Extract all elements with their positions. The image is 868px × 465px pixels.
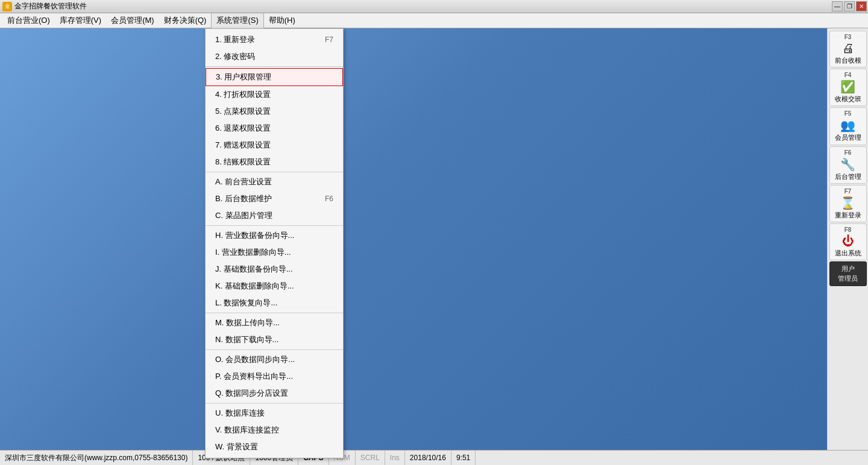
menu-backdata[interactable]: B. 后台数据维护 F6: [206, 190, 343, 207]
f3-key: F3: [844, 34, 852, 40]
status-bar: 深圳市三度软件有限公司(www.jzzp.com,0755-83656130) …: [0, 450, 868, 465]
exit-label: 退出系统: [835, 249, 861, 257]
time-display: 9:51: [451, 451, 476, 465]
menu-upload[interactable]: M. 数据上传向导...: [206, 314, 343, 331]
window-controls: — ❐ ✕: [832, 1, 867, 11]
menu-branchsync[interactable]: Q. 数据同步分店设置: [206, 385, 343, 402]
member-mgmt-button[interactable]: F5 👥 会员管理: [829, 107, 867, 145]
menu-section-1: 1. 重新登录 F7 2. 修改密码: [206, 30, 343, 66]
menu-checkoutperm[interactable]: 8. 结账权限设置: [206, 154, 343, 170]
close-button[interactable]: ✕: [856, 1, 867, 11]
app-icon: 金: [2, 2, 12, 11]
back-mgmt-label: 后台管理: [835, 173, 861, 181]
member-mgmt-label: 会员管理: [835, 134, 861, 142]
menu-frontsetting[interactable]: A. 前台营业设置: [206, 173, 343, 190]
f4-key: F4: [844, 72, 852, 78]
back-mgmt-button[interactable]: F6 🔧 后台管理: [829, 146, 867, 184]
front-cashier-button[interactable]: F3 🖨 前台收根: [829, 31, 867, 67]
f8-key: F8: [844, 226, 852, 233]
menu-section-6: O. 会员数据同步向导... P. 会员资料导出向导... Q. 数据同步分店设…: [206, 349, 343, 403]
date-display: 2018/10/16: [405, 451, 451, 465]
menu-discount[interactable]: 4. 打折权限设置: [206, 86, 343, 103]
menu-membersync[interactable]: O. 会员数据同步向导...: [206, 351, 343, 368]
f5-key: F5: [844, 110, 852, 117]
system-dropdown-menu: 1. 重新登录 F7 2. 修改密码 3. 用户权限管理 4. 打折权限设置 5…: [205, 28, 344, 458]
f7-key: F7: [844, 188, 852, 195]
menu-section-7: U. 数据库连接 V. 数据库连接监控 W. 背景设置: [206, 403, 343, 457]
scrl-indicator: SCRL: [356, 451, 385, 465]
relogin-label: 重新登录: [835, 211, 861, 219]
restore-button[interactable]: ❐: [844, 1, 855, 11]
menu-section-5: M. 数据上传向导... N. 数据下载向导...: [206, 313, 343, 349]
main-content: [0, 28, 868, 450]
menu-help[interactable]: 帮助(H): [264, 13, 300, 28]
company-info: 深圳市三度软件有限公司(www.jzzp.com,0755-83656130): [0, 451, 193, 465]
menu-backupbiz[interactable]: H. 营业数据备份向导...: [206, 227, 343, 244]
menu-inventory[interactable]: 库存管理(V): [55, 13, 106, 28]
cashier-shift-label: 收根交班: [835, 95, 861, 103]
menu-returnperm[interactable]: 6. 退菜权限设置: [206, 120, 343, 137]
menu-delbiz[interactable]: I. 营业数据删除向导...: [206, 244, 343, 261]
cashier-shift-button[interactable]: F4 ✅ 收根交班: [829, 69, 867, 106]
check-icon: ✅: [840, 80, 855, 94]
menu-restore[interactable]: L. 数据恢复向导...: [206, 295, 343, 311]
menu-members[interactable]: 会员管理(M): [106, 13, 159, 28]
menu-section-3: A. 前台营业设置 B. 后台数据维护 F6 C. 菜品图片管理: [206, 172, 343, 225]
menu-section-2: 3. 用户权限管理 4. 打折权限设置 5. 点菜权限设置 6. 退菜权限设置 …: [206, 66, 343, 172]
menu-dbconnect[interactable]: U. 数据库连接: [206, 405, 343, 422]
minimize-button[interactable]: —: [832, 1, 843, 11]
printer-icon: 🖨: [842, 42, 854, 55]
menu-dishimage[interactable]: C. 菜品图片管理: [206, 207, 343, 224]
menu-orderperm[interactable]: 5. 点菜权限设置: [206, 103, 343, 120]
user-mgmt-button[interactable]: 用户管理员: [829, 261, 867, 286]
menu-operations[interactable]: 前台营业(O): [2, 13, 55, 28]
menu-delbase[interactable]: K. 基础数据删除向导...: [206, 278, 343, 295]
app-title: 金字招牌餐饮管理软件: [14, 1, 87, 11]
menu-finance[interactable]: 财务决策(Q): [159, 13, 212, 28]
menu-userperm[interactable]: 3. 用户权限管理: [206, 68, 343, 86]
menu-bar: 前台营业(O) 库存管理(V) 会员管理(M) 财务决策(Q) 系统管理(S) …: [0, 13, 868, 28]
members-icon: 👥: [840, 118, 855, 133]
menu-system[interactable]: 系统管理(S): [211, 13, 263, 28]
title-bar: 金 金字招牌餐饮管理软件 — ❐ ✕: [0, 0, 868, 13]
user-mgmt-label: 用户管理员: [838, 264, 858, 283]
exit-button[interactable]: F8 ⏻ 退出系统: [829, 223, 867, 260]
menu-dbmonitor[interactable]: V. 数据库连接监控: [206, 422, 343, 438]
f6-key: F6: [844, 149, 852, 156]
power-icon: ⏻: [842, 234, 854, 248]
menu-changepass[interactable]: 2. 修改密码: [206, 48, 343, 65]
menu-section-4: H. 营业数据备份向导... I. 营业数据删除向导... J. 基础数据备份向…: [206, 225, 343, 313]
menu-relogin[interactable]: 1. 重新登录 F7: [206, 31, 343, 48]
menu-backupbase[interactable]: J. 基础数据备份向导...: [206, 261, 343, 278]
settings-icon: 🔧: [840, 157, 855, 172]
menu-download[interactable]: N. 数据下载向导...: [206, 331, 343, 348]
right-sidebar: F3 🖨 前台收根 F4 ✅ 收根交班 F5 👥 会员管理 F6 🔧 后台管理 …: [827, 28, 868, 450]
relogin-icon: ⌛: [840, 196, 855, 210]
ins-indicator: Ins: [385, 451, 405, 465]
front-cashier-label: 前台收根: [835, 57, 861, 64]
menu-wallpaper[interactable]: W. 背景设置: [206, 438, 343, 455]
menu-giftperm[interactable]: 7. 赠送权限设置: [206, 137, 343, 154]
relogin-button[interactable]: F7 ⌛ 重新登录: [829, 185, 867, 222]
menu-memberexport[interactable]: P. 会员资料导出向导...: [206, 368, 343, 385]
